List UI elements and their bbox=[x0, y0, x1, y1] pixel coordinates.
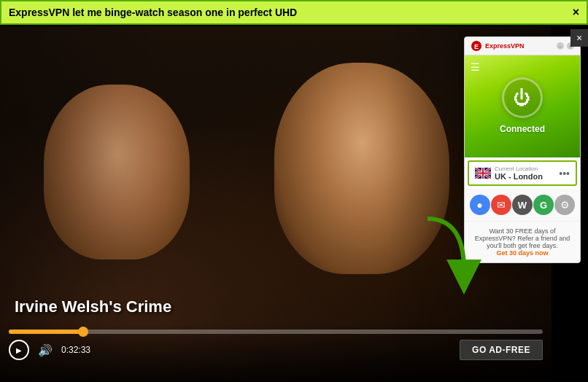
location-row[interactable]: Current Location UK - London ••• bbox=[468, 160, 577, 186]
vpn-menu-icon[interactable]: ☰ bbox=[471, 61, 480, 73]
arrow-overlay bbox=[406, 211, 493, 302]
location-info: Current Location UK - London bbox=[495, 165, 543, 181]
play-icon: ▶ bbox=[16, 346, 22, 354]
vpn-logo-text: ExpressVPN bbox=[485, 42, 525, 50]
location-options-icon[interactable]: ••• bbox=[559, 168, 570, 179]
power-button[interactable]: ⏻ bbox=[502, 77, 543, 118]
vpn-minimize-button[interactable]: – bbox=[557, 42, 564, 50]
close-button[interactable]: × bbox=[570, 29, 588, 47]
progress-bar[interactable] bbox=[9, 330, 543, 334]
time-display: 0:32:33 bbox=[61, 345, 90, 355]
annotation-close-icon[interactable]: × bbox=[573, 6, 579, 19]
annotation-banner: ExpressVPN let me binge-watch season one… bbox=[0, 0, 588, 25]
vpn-main-area: ☰ ⏻ Connected bbox=[465, 55, 580, 157]
annotation-text: ExpressVPN let me binge-watch season one… bbox=[9, 7, 567, 18]
uk-flag-icon bbox=[475, 168, 491, 179]
vpn-logo: E ExpressVPN bbox=[471, 40, 525, 52]
expressvpn-logo-icon: E bbox=[471, 40, 482, 52]
connected-status: Connected bbox=[472, 124, 573, 134]
controls-left: ▶ 🔊 0:32:33 bbox=[9, 340, 90, 360]
progress-handle[interactable] bbox=[78, 327, 88, 337]
controls-row: ▶ 🔊 0:32:33 GO AD-FREE bbox=[9, 340, 543, 360]
play-button[interactable]: ▶ bbox=[9, 340, 29, 360]
vpn-titlebar: E ExpressVPN – × bbox=[465, 37, 580, 55]
location-left: Current Location UK - London bbox=[475, 165, 543, 181]
wikipedia-icon[interactable]: W bbox=[512, 195, 533, 215]
settings-icon[interactable]: ⚙ bbox=[554, 195, 575, 215]
arrow-icon bbox=[406, 211, 493, 299]
power-icon: ⏻ bbox=[514, 87, 531, 108]
vpn-footer-link[interactable]: Get 30 days now bbox=[496, 249, 548, 257]
power-btn-container: ⏻ bbox=[472, 77, 573, 118]
svg-text:E: E bbox=[474, 43, 479, 50]
location-name: UK - London bbox=[495, 172, 543, 181]
mail-icon[interactable]: ✉ bbox=[491, 195, 511, 215]
ad-free-button[interactable]: GO AD-FREE bbox=[460, 340, 543, 360]
location-label: Current Location bbox=[495, 165, 543, 172]
google-icon[interactable]: G bbox=[533, 195, 554, 215]
progress-fill bbox=[9, 330, 83, 334]
video-controls: ▶ 🔊 0:32:33 GO AD-FREE bbox=[0, 324, 552, 382]
volume-icon[interactable]: 🔊 bbox=[38, 343, 53, 357]
video-title: Irvine Welsh's Crime bbox=[15, 297, 171, 316]
